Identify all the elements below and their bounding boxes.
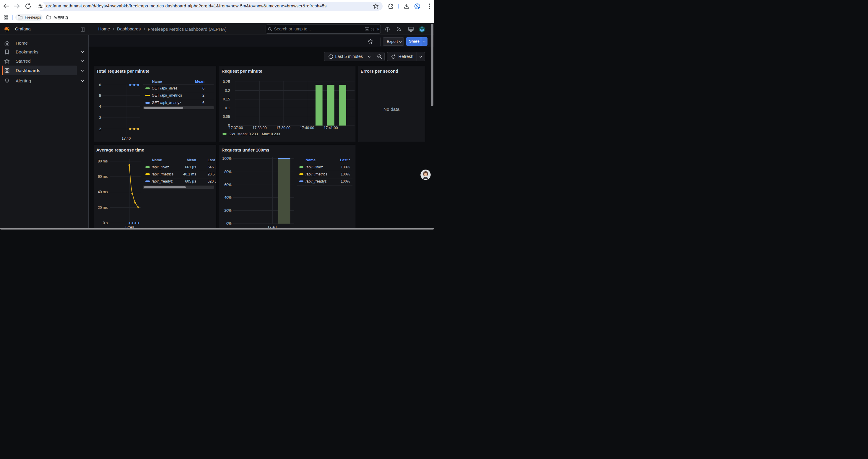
svg-text:0%: 0% bbox=[226, 222, 231, 226]
svg-text:0.25: 0.25 bbox=[223, 80, 230, 84]
svg-text:60 ms: 60 ms bbox=[98, 174, 108, 179]
svg-text:17:37:00: 17:37:00 bbox=[229, 126, 243, 130]
svg-text:0.05: 0.05 bbox=[223, 114, 230, 119]
svg-text:80 ms: 80 ms bbox=[98, 159, 108, 163]
svg-text:60%: 60% bbox=[224, 183, 231, 187]
svg-text:17:40:00: 17:40:00 bbox=[300, 126, 314, 130]
svg-text:0 s: 0 s bbox=[103, 221, 107, 225]
svg-text:0.2: 0.2 bbox=[225, 89, 230, 93]
svg-text:40%: 40% bbox=[224, 196, 231, 200]
svg-text:17:38:00: 17:38:00 bbox=[253, 126, 267, 130]
svg-text:40 ms: 40 ms bbox=[98, 190, 108, 194]
svg-text:100%: 100% bbox=[222, 157, 231, 161]
svg-text:17:41:00: 17:41:00 bbox=[324, 126, 338, 130]
svg-text:80%: 80% bbox=[224, 170, 231, 174]
svg-text:5: 5 bbox=[99, 94, 101, 98]
svg-text:20 ms: 20 ms bbox=[98, 205, 108, 210]
svg-text:17:40: 17:40 bbox=[122, 136, 131, 140]
svg-text:17:39:00: 17:39:00 bbox=[276, 126, 290, 130]
svg-text:0.1: 0.1 bbox=[225, 106, 230, 110]
svg-text:20%: 20% bbox=[224, 208, 231, 213]
svg-text:3: 3 bbox=[99, 116, 101, 120]
svg-text:4: 4 bbox=[99, 104, 101, 109]
svg-text:2: 2 bbox=[99, 127, 101, 131]
svg-text:0.15: 0.15 bbox=[223, 97, 230, 101]
svg-text:6: 6 bbox=[99, 83, 101, 87]
